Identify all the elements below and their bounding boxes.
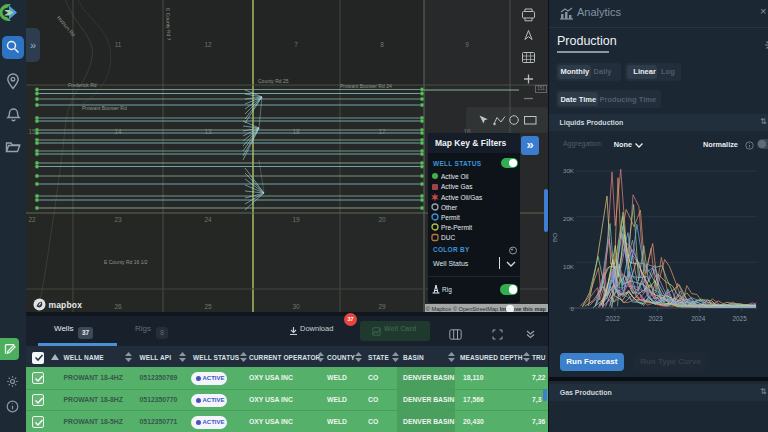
svg-text:26: 26 bbox=[114, 303, 122, 310]
svg-text:8: 8 bbox=[380, 41, 384, 48]
svg-text:9: 9 bbox=[465, 41, 469, 48]
svg-text:Prowant Booster Rd: Prowant Booster Rd bbox=[82, 105, 127, 111]
svg-text:24: 24 bbox=[204, 216, 212, 223]
svg-text:12: 12 bbox=[204, 41, 212, 48]
svg-text:E County Rd 7: E County Rd 7 bbox=[165, 8, 172, 41]
svg-text:23: 23 bbox=[114, 216, 122, 223]
svg-text:18: 18 bbox=[292, 128, 300, 135]
svg-text:25: 25 bbox=[204, 303, 212, 310]
svg-text:22: 22 bbox=[28, 216, 36, 223]
svg-text:Frederick Rd: Frederick Rd bbox=[68, 82, 97, 88]
svg-text:14: 14 bbox=[114, 128, 122, 135]
svg-text:17: 17 bbox=[378, 128, 386, 135]
svg-text:15: 15 bbox=[28, 128, 36, 135]
svg-text:13: 13 bbox=[204, 128, 212, 135]
svg-text:E County Rd 16 1/2: E County Rd 16 1/2 bbox=[104, 259, 148, 265]
svg-text:20: 20 bbox=[378, 216, 386, 223]
svg-text:7: 7 bbox=[294, 41, 298, 48]
svg-text:29: 29 bbox=[378, 303, 386, 310]
svg-text:11: 11 bbox=[115, 41, 122, 48]
svg-text:County Rd 25: County Rd 25 bbox=[258, 78, 289, 84]
svg-text:19: 19 bbox=[292, 216, 300, 223]
svg-text:30: 30 bbox=[292, 303, 300, 310]
svg-text:Prowant Booster Rd 24: Prowant Booster Rd 24 bbox=[340, 83, 392, 89]
